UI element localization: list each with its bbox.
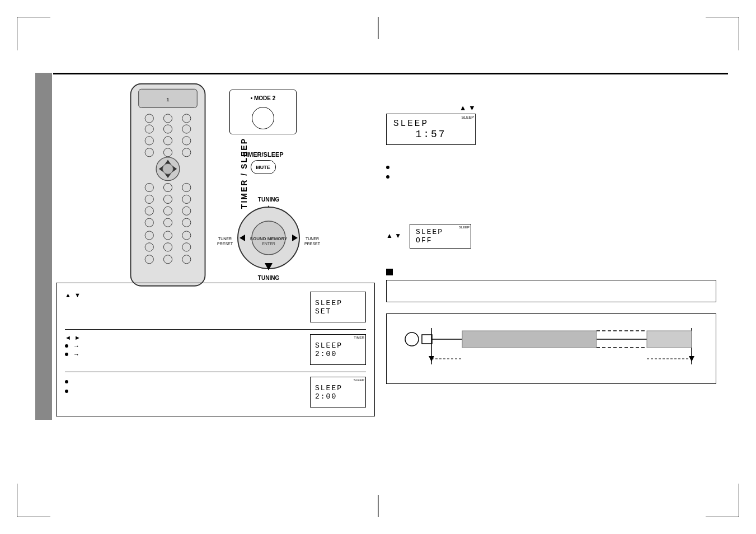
svg-point-7 (163, 125, 172, 133)
corner-mark-bl (17, 517, 50, 517)
sleep-display-area: ▲ ▼ SLEEP SLEEP 1:57 (386, 104, 498, 165)
mode2-circle (252, 107, 274, 129)
corner-mark-rt (739, 17, 739, 50)
svg-point-24 (145, 195, 153, 203)
bullet-dot-3 (65, 380, 68, 383)
section-black-square (386, 269, 393, 275)
section-header (386, 269, 397, 275)
svg-rect-64 (647, 331, 692, 348)
svg-point-12 (145, 148, 153, 157)
svg-text:PRESET: PRESET (217, 242, 233, 246)
mute-button[interactable]: MUTE (251, 160, 276, 174)
svg-point-10 (163, 137, 172, 145)
step-2-text: ◄ ► → → (65, 334, 310, 358)
mode2-area: • MODE 2 (229, 90, 297, 134)
step-1-line2: SET (315, 307, 361, 316)
right-bullet-1 (386, 164, 543, 169)
svg-point-38 (182, 243, 191, 251)
svg-point-6 (145, 125, 153, 133)
step-1-text: ▲ ▼ (65, 292, 310, 298)
step-1-display: SLEEP SET (310, 292, 366, 322)
svg-point-3 (145, 114, 153, 123)
corner-mark-lt (17, 17, 17, 50)
svg-point-39 (145, 255, 153, 264)
right-bullet-dot-2 (386, 175, 389, 179)
bullet-dot-2 (65, 353, 68, 356)
step-2-bullet2-text: → (72, 351, 79, 358)
step-2-bullet1: → (65, 343, 304, 349)
svg-text:ENTER: ENTER (262, 242, 275, 246)
top-center-mark (378, 17, 378, 39)
info-box-right (386, 280, 716, 302)
svg-point-23 (182, 183, 191, 191)
svg-point-21 (145, 183, 153, 191)
svg-point-37 (163, 243, 172, 251)
sleep-off-arrows: ▲ ▼ (386, 232, 401, 240)
timer-sleep-area: TIMER/SLEEP MUTE (218, 151, 308, 196)
step-3-line2: 2:00 (315, 392, 361, 401)
bullet-dot-4 (65, 390, 68, 393)
svg-text:TUNING: TUNING (258, 275, 280, 281)
remote-control-image: 1 (112, 81, 224, 294)
step-2-line2: 2:00 (315, 350, 361, 358)
corner-mark-tl (17, 17, 50, 17)
header-line (53, 73, 728, 74)
sleep-main-display: SLEEP SLEEP 1:57 (386, 114, 476, 145)
step-2-arrows: ◄ ► (65, 334, 304, 341)
svg-point-34 (163, 231, 172, 240)
svg-point-14 (182, 148, 191, 157)
step-3-text (65, 377, 310, 393)
bottom-center-mark (378, 495, 378, 517)
step-1-divider (65, 329, 366, 330)
steps-container: ▲ ▼ SLEEP SET ◄ ► → → TIMER SLEEP 2:00 (56, 283, 375, 416)
svg-point-26 (182, 195, 191, 203)
svg-point-35 (182, 231, 191, 240)
timer-diagram (386, 313, 716, 384)
svg-text:1: 1 (166, 96, 170, 102)
bullet-dot (65, 344, 68, 348)
sleep-off-value: OFF (416, 236, 465, 245)
sleep-off-row: ▲ ▼ SLEEP SLEEP OFF (386, 224, 471, 249)
svg-rect-57 (422, 335, 432, 344)
sleep-arrows-symbol: ▲ ▼ (459, 104, 476, 112)
right-text-area (386, 162, 543, 179)
svg-point-28 (163, 207, 172, 215)
mode2-label: • MODE 2 (251, 95, 276, 101)
step-3-display: SLEEP SLEEP 2:00 (310, 377, 366, 407)
step-3-row: SLEEP SLEEP 2:00 (65, 377, 366, 407)
step-2-display: TIMER SLEEP 2:00 (310, 334, 366, 365)
timer-sleep-label: TIMER/SLEEP (242, 151, 283, 158)
svg-point-4 (163, 114, 172, 123)
svg-point-22 (163, 183, 172, 191)
sleep-off-word: SLEEP (416, 228, 465, 236)
svg-point-11 (182, 137, 191, 145)
right-bullet-2 (386, 174, 543, 179)
sleep-word: SLEEP (393, 119, 468, 129)
step-3-bullet2 (65, 388, 304, 393)
left-sidebar (35, 73, 52, 420)
svg-point-32 (182, 218, 191, 227)
tuning-area: TUNING SOUND MEMORY ENTER TUNER PRESET T… (213, 193, 325, 294)
svg-rect-61 (462, 331, 597, 348)
svg-point-31 (163, 218, 172, 227)
svg-text:TUNER: TUNER (306, 237, 319, 241)
svg-text:TUNING: TUNING (258, 196, 280, 203)
svg-point-25 (163, 195, 172, 203)
sleep-off-badge: SLEEP (459, 226, 469, 229)
step-2-bullet2: → (65, 351, 304, 358)
corner-mark-rb (739, 484, 739, 517)
svg-point-20 (163, 163, 173, 174)
sleep-off-display: SLEEP SLEEP OFF (410, 224, 471, 249)
corner-mark-tr (706, 17, 739, 17)
right-bullet-dot-1 (386, 166, 389, 169)
svg-text:SOUND MEMORY: SOUND MEMORY (250, 236, 288, 241)
step-2-line1: SLEEP (315, 341, 361, 350)
svg-point-30 (145, 218, 153, 227)
step-3-badge: SLEEP (354, 378, 364, 382)
step-2-row: ◄ ► → → TIMER SLEEP 2:00 (65, 334, 366, 365)
corner-mark-lb (17, 484, 17, 517)
svg-point-8 (182, 125, 191, 133)
step-1-row: ▲ ▼ SLEEP SET (65, 292, 366, 322)
svg-point-33 (145, 231, 153, 240)
sleep-badge: SLEEP (461, 115, 474, 119)
